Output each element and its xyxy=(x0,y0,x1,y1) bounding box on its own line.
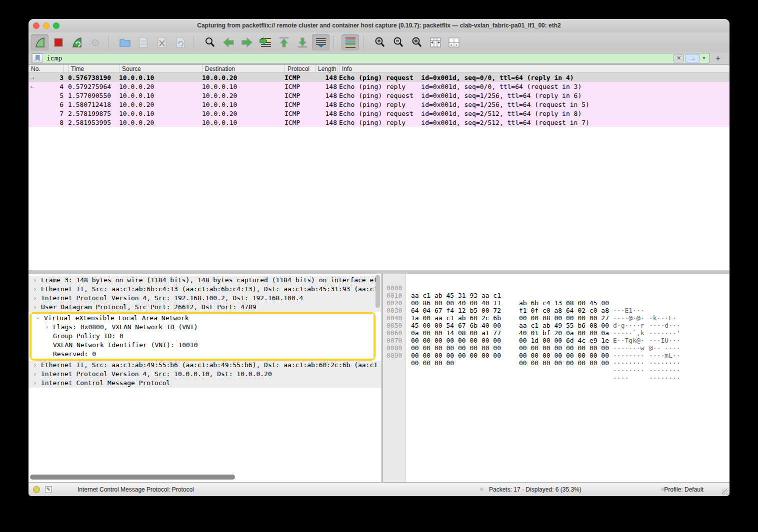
details-vertical-scrollbar[interactable] xyxy=(376,275,380,308)
open-file-button[interactable] xyxy=(116,34,134,50)
detail-row-icmp[interactable]: › Internet Control Message Protocol xyxy=(28,379,381,388)
column-header-length[interactable]: Length xyxy=(315,65,337,72)
expander-icon[interactable]: › xyxy=(33,379,37,388)
zoom-original-button[interactable] xyxy=(408,34,426,50)
detail-row-vxlan[interactable]: › Virtual eXtensible Local Area Network xyxy=(32,314,374,323)
stop-icon xyxy=(53,37,64,48)
go-first-packet-button[interactable] xyxy=(275,34,292,50)
filter-bookmark-button[interactable] xyxy=(32,53,43,63)
detail-row-ipv4-inner[interactable]: › Internet Protocol Version 4, Src: 10.0… xyxy=(28,370,381,379)
clear-filter-button[interactable]: ✕ xyxy=(674,54,684,62)
packet-row[interactable]: 6 1.580712418 10.0.0.20 10.0.0.10 ICMP 1… xyxy=(28,100,730,109)
hex-row[interactable]: 0020 64 04 67 f4 12 b5 00 72 00 00 08 00… xyxy=(383,292,730,299)
detail-row-ipv4-outer[interactable]: › Internet Protocol Version 4, Src: 192.… xyxy=(28,294,381,303)
ascii-bytes: ········ xyxy=(613,367,644,374)
detail-text: Ethernet II, Src: aa:c1:ab:6b:c4:13 (aa:… xyxy=(41,285,378,294)
cell-source: 10.0.0.10 xyxy=(119,110,202,117)
detail-row-reserved[interactable]: Reserved: 0 xyxy=(32,350,374,359)
restart-capture-button[interactable] xyxy=(68,34,86,50)
detail-row-ethernet-inner[interactable]: › Ethernet II, Src: aa:c1:ab:49:55:b6 (a… xyxy=(28,361,381,370)
find-packet-button[interactable] xyxy=(201,34,218,50)
bottom-panes: › Frame 3: 148 bytes on wire (1184 bits)… xyxy=(28,274,730,482)
column-header-source[interactable]: Source xyxy=(119,65,202,72)
cell-destination: 10.0.0.20 xyxy=(202,74,284,81)
expander-icon[interactable]: › xyxy=(33,370,37,379)
close-file-button[interactable] xyxy=(153,34,170,50)
go-last-packet-button[interactable] xyxy=(294,34,311,50)
resize-columns-button[interactable] xyxy=(426,34,444,50)
cell-protocol: ICMP xyxy=(284,110,315,117)
capture-comment-icon[interactable]: ✎ xyxy=(45,486,52,493)
toolbar-separator xyxy=(193,36,198,49)
detail-row-vxlan-flags[interactable]: › Flags: 0x0800, VXLAN Network ID (VNI) xyxy=(32,323,374,332)
cell-length: 148 xyxy=(315,92,337,99)
hex-row[interactable]: 0090 00 00 00 00 ···· xyxy=(383,344,730,352)
hex-bytes: 00 00 00 00 00 00 00 00 xyxy=(411,352,501,359)
detail-row-group-policy[interactable]: Group Policy ID: 0 xyxy=(32,332,374,341)
column-header-protocol[interactable]: Protocol xyxy=(284,65,315,72)
hex-row[interactable]: 0000 aa c1 ab 45 31 93 aa c1 ab 6b c4 13… xyxy=(383,277,730,284)
cell-info: Echo (ping) reply id=0x001d, seq=1/256, … xyxy=(339,101,730,108)
column-header-time[interactable]: Time xyxy=(68,65,119,72)
cell-length: 148 xyxy=(315,83,337,90)
cell-protocol: ICMP xyxy=(284,74,315,81)
auto-scroll-button[interactable] xyxy=(312,34,330,50)
profile-label[interactable]: Profile: Default xyxy=(664,486,704,493)
hex-row[interactable]: 0050 0a 00 00 14 08 00 a1 77 00 1d 00 00… xyxy=(383,314,730,322)
expander-icon[interactable]: › xyxy=(45,323,49,332)
capture-options-button[interactable]: ⚙ xyxy=(86,34,104,50)
apply-filter-button[interactable]: → xyxy=(685,54,700,62)
expander-icon[interactable]: › xyxy=(33,285,37,294)
packet-row[interactable]: 8 2.581953995 10.0.0.20 10.0.0.10 ICMP 1… xyxy=(28,118,730,127)
svg-text:0110: 0110 xyxy=(141,42,147,45)
expander-open-icon[interactable]: › xyxy=(34,316,42,320)
go-forward-button[interactable] xyxy=(238,34,256,50)
cell-no: 6 xyxy=(40,101,64,108)
packet-details-pane: › Frame 3: 148 bytes on wire (1184 bits)… xyxy=(28,274,381,482)
filter-dropdown-caret[interactable]: ▼ xyxy=(700,54,708,62)
expander-icon[interactable]: › xyxy=(33,361,37,370)
reload-file-button[interactable] xyxy=(172,34,189,50)
hex-row[interactable]: 0030 1a 00 aa c1 ab 60 2c 6b aa c1 ab 49… xyxy=(383,299,730,307)
detail-row-frame[interactable]: › Frame 3: 148 bytes on wire (1184 bits)… xyxy=(28,276,381,285)
window-resize-grip[interactable] xyxy=(722,489,728,495)
zoom-out-button[interactable] xyxy=(390,34,407,50)
expander-icon[interactable]: › xyxy=(33,303,37,312)
detail-row-udp[interactable]: › User Datagram Protocol, Src Port: 2661… xyxy=(28,303,381,312)
packet-row[interactable]: ← 4 0.579275964 10.0.0.20 10.0.0.10 ICMP… xyxy=(28,82,730,91)
goto-lines-icon xyxy=(259,36,272,48)
expert-info-icon[interactable] xyxy=(33,486,40,493)
cell-protocol: ICMP xyxy=(284,119,315,126)
add-filter-button[interactable]: + xyxy=(716,53,720,63)
go-back-button[interactable] xyxy=(220,34,237,50)
hex-row[interactable]: 0010 00 86 00 00 40 00 40 11 f1 0f c0 a8… xyxy=(383,284,730,292)
detail-text: VXLAN Network Identifier (VNI): 10010 xyxy=(53,341,198,350)
detail-row-ethernet-outer[interactable]: › Ethernet II, Src: aa:c1:ab:6b:c4:13 (a… xyxy=(28,285,381,294)
layout-icon: 123 xyxy=(448,36,460,48)
layout-chooser-button[interactable]: 123 xyxy=(445,34,462,50)
hex-row[interactable]: 0060 00 00 00 00 00 00 00 00 00 00 00 00… xyxy=(383,322,730,329)
column-header-destination[interactable]: Destination xyxy=(202,65,284,72)
hex-row[interactable]: 0040 45 00 00 54 67 6b 40 00 40 01 bf 20… xyxy=(383,307,730,314)
hex-row[interactable]: 0080 00 00 00 00 00 00 00 00 00 00 00 00… xyxy=(383,337,730,344)
pane-splitter[interactable] xyxy=(28,270,730,274)
display-filter-field[interactable]: icmp ✕ → ▼ xyxy=(31,53,710,63)
start-capture-button[interactable] xyxy=(31,34,48,50)
detail-row-vni[interactable]: VXLAN Network Identifier (VNI): 10010 xyxy=(32,341,374,350)
arrow-right-icon xyxy=(240,37,254,48)
save-file-button[interactable]: 01010110 xyxy=(134,34,152,50)
packet-row[interactable]: 7 2.578199875 10.0.0.10 10.0.0.20 ICMP 1… xyxy=(28,109,730,118)
packet-row[interactable]: → 3 0.576738190 10.0.0.10 10.0.0.20 ICMP… xyxy=(28,73,730,82)
details-horizontal-scrollbar[interactable] xyxy=(30,475,235,480)
column-header-no[interactable]: No. xyxy=(28,65,64,72)
filter-input[interactable]: icmp xyxy=(46,54,674,62)
zoom-in-button[interactable] xyxy=(371,34,388,50)
go-to-packet-button[interactable] xyxy=(256,34,274,50)
colorize-packets-button[interactable] xyxy=(342,34,359,50)
packet-row[interactable]: 5 1.577090550 10.0.0.10 10.0.0.20 ICMP 1… xyxy=(28,91,730,100)
expander-icon[interactable]: › xyxy=(33,276,37,285)
expander-icon[interactable]: › xyxy=(33,294,37,303)
stop-capture-button[interactable] xyxy=(50,34,67,50)
hex-row[interactable]: 0070 00 00 00 00 00 00 00 00 00 00 00 00… xyxy=(383,329,730,337)
column-header-info[interactable]: Info xyxy=(339,65,730,72)
